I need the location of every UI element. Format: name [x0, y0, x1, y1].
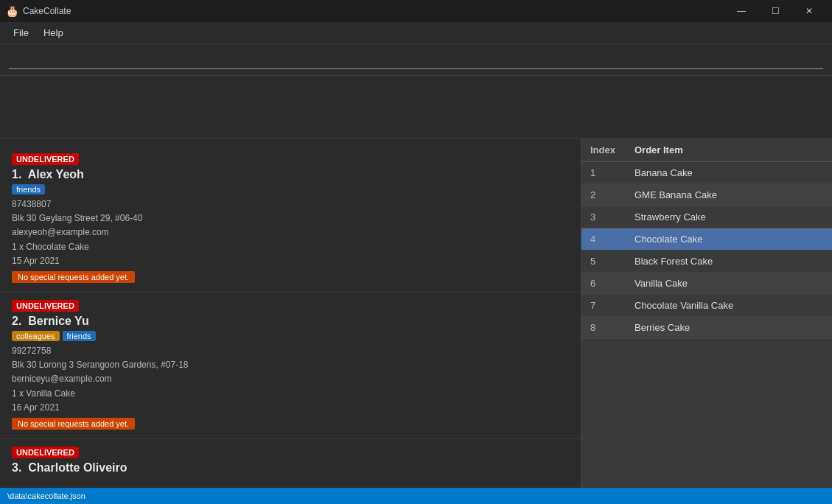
menubar: File Help — [0, 22, 832, 44]
app-title: CakeCollate — [23, 6, 71, 16]
searchbar — [0, 44, 832, 76]
row-index-7: 7 — [590, 300, 635, 311]
status-badge-3: UNDELIVERED — [12, 447, 79, 458]
minimize-button[interactable]: — — [724, 0, 758, 22]
row-item-5: Black Forest Cake — [635, 256, 823, 267]
phone-1: 87438807 — [12, 197, 569, 211]
table-row-3[interactable]: 3 Strawberry Cake — [581, 206, 832, 228]
status-path: \data\cakecollate.json — [7, 491, 85, 500]
row-index-1: 1 — [590, 167, 635, 178]
order-card-2[interactable]: UNDELIVERED 2. Bernice Yu colleagues fri… — [0, 293, 581, 439]
main-content: UNDELIVERED 1. Alex Yeoh friends 8743880… — [0, 139, 832, 488]
menu-file[interactable]: File — [6, 24, 36, 41]
date-1: 15 Apr 2021 — [12, 254, 569, 268]
preview-area — [0, 76, 832, 139]
order-card-1[interactable]: UNDELIVERED 1. Alex Yeoh friends 8743880… — [0, 146, 581, 293]
address-1: Blk 30 Geylang Street 29, #06-40 — [12, 211, 569, 225]
close-button[interactable]: ✕ — [792, 0, 826, 22]
table-row-6[interactable]: 6 Vanilla Cake — [581, 273, 832, 295]
email-2: berniceyu@example.com — [12, 372, 569, 386]
address-2: Blk 30 Lorong 3 Serangoon Gardens, #07-1… — [12, 358, 569, 372]
tag-friends-1: friends — [12, 184, 45, 195]
phone-2: 99272758 — [12, 344, 569, 358]
menu-help[interactable]: Help — [36, 24, 71, 41]
status-badge-1: UNDELIVERED — [12, 153, 79, 165]
search-input[interactable] — [9, 50, 823, 69]
statusbar: \data\cakecollate.json — [0, 488, 832, 504]
col-header-index: Index — [590, 144, 635, 155]
order-detail-1: 87438807 Blk 30 Geylang Street 29, #06-4… — [12, 197, 569, 268]
row-item-6: Vanilla Cake — [635, 278, 823, 289]
row-item-4: Chocolate Cake — [635, 234, 823, 245]
row-index-8: 8 — [590, 322, 635, 333]
table-row-8[interactable]: 8 Berries Cake — [581, 317, 832, 339]
order-qty-1: 1 x Chocolate Cake — [12, 240, 569, 254]
col-header-item: Order Item — [635, 144, 823, 155]
email-1: alexyeoh@example.com — [12, 225, 569, 239]
orders-panel[interactable]: UNDELIVERED 1. Alex Yeoh friends 8743880… — [0, 139, 581, 488]
row-item-8: Berries Cake — [635, 322, 823, 333]
titlebar-left: 🎂 CakeCollate — [6, 5, 71, 17]
row-index-6: 6 — [590, 278, 635, 289]
maximize-button[interactable]: ☐ — [758, 0, 792, 22]
table-row-1[interactable]: 1 Banana Cake — [581, 162, 832, 184]
row-index-5: 5 — [590, 256, 635, 267]
order-detail-2: 99272758 Blk 30 Lorong 3 Serangoon Garde… — [12, 344, 569, 415]
no-requests-1: No special requests added yet. — [12, 271, 135, 283]
order-name-3: 3. Charlotte Oliveiro — [12, 461, 569, 475]
tag-colleagues-2: colleagues — [12, 331, 60, 341]
date-2: 16 Apr 2021 — [12, 401, 569, 415]
titlebar: 🎂 CakeCollate — ☐ ✕ — [0, 0, 832, 22]
order-card-3[interactable]: UNDELIVERED 3. Charlotte Oliveiro — [0, 439, 581, 486]
table-row-5[interactable]: 5 Black Forest Cake — [581, 251, 832, 273]
row-item-2: GME Banana Cake — [635, 189, 823, 200]
table-row-4[interactable]: 4 Chocolate Cake — [581, 228, 832, 251]
titlebar-controls: — ☐ ✕ — [724, 0, 826, 22]
status-badge-2: UNDELIVERED — [12, 300, 79, 312]
tag-friends-2: friends — [63, 331, 96, 341]
row-index-4: 4 — [590, 234, 635, 245]
order-name-1: 1. Alex Yeoh — [12, 168, 569, 181]
tags-1: friends — [12, 184, 569, 195]
row-index-3: 3 — [590, 211, 635, 223]
table-header: Index Order Item — [581, 139, 832, 162]
row-item-1: Banana Cake — [635, 167, 823, 178]
table-row-7[interactable]: 7 Chocolate Vanilla Cake — [581, 295, 832, 317]
row-item-7: Chocolate Vanilla Cake — [635, 300, 823, 311]
tags-2: colleagues friends — [12, 331, 569, 341]
no-requests-2: No special requests added yet. — [12, 418, 135, 430]
row-index-2: 2 — [590, 189, 635, 200]
items-panel: Index Order Item 1 Banana Cake 2 GME Ban… — [581, 139, 832, 488]
items-rows: 1 Banana Cake 2 GME Banana Cake 3 Strawb… — [581, 162, 832, 339]
order-name-2: 2. Bernice Yu — [12, 315, 569, 328]
app-icon: 🎂 — [6, 5, 18, 17]
order-qty-2: 1 x Vanilla Cake — [12, 387, 569, 401]
row-item-3: Strawberry Cake — [635, 211, 823, 223]
table-row-2[interactable]: 2 GME Banana Cake — [581, 184, 832, 206]
